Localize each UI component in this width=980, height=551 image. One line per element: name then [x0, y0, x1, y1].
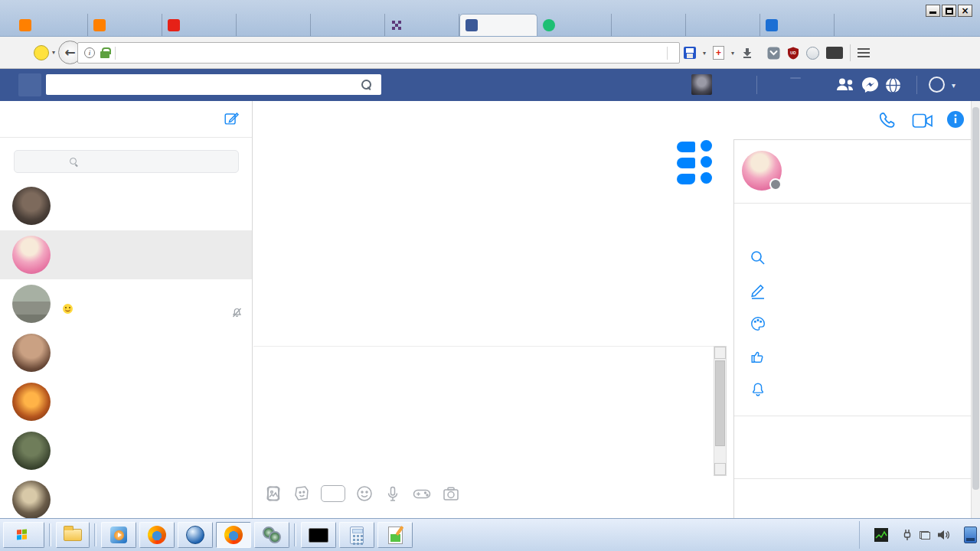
- extension-m-icon[interactable]: [34, 45, 49, 60]
- tab-google-url[interactable]: [237, 14, 311, 36]
- video-call-icon[interactable]: [912, 113, 933, 132]
- conversation-row[interactable]: [0, 181, 253, 230]
- conversation-row[interactable]: [0, 377, 253, 426]
- conversation-row[interactable]: [0, 279, 253, 328]
- voice-call-icon[interactable]: [877, 110, 897, 132]
- firefox-task-button[interactable]: [139, 522, 175, 548]
- gif-icon[interactable]: [321, 485, 345, 502]
- delivered-check-icon: [701, 140, 712, 152]
- new-tab-button[interactable]: [848, 14, 868, 36]
- tab-facebook-c[interactable]: [385, 14, 459, 36]
- pocket-icon[interactable]: [767, 47, 780, 60]
- conversation-details-panel: [733, 139, 971, 518]
- friend-requests-icon[interactable]: [835, 77, 855, 96]
- messenger-search[interactable]: [14, 150, 239, 173]
- option-change-colour[interactable]: [734, 308, 971, 341]
- firefox-active-task-button[interactable]: [216, 522, 251, 548]
- option-notifications[interactable]: [734, 373, 971, 406]
- conversation-row[interactable]: [0, 328, 253, 377]
- power-plug-icon[interactable]: [902, 529, 913, 541]
- messenger-sidebar: [0, 101, 253, 518]
- seamonkey-task-button[interactable]: [178, 522, 213, 548]
- account-caret-icon[interactable]: ▾: [952, 81, 956, 90]
- message-input[interactable]: [253, 346, 714, 476]
- media-player-task-button[interactable]: [101, 522, 136, 548]
- composer-toolbar: [253, 478, 733, 510]
- extension-caret-icon[interactable]: ▾: [52, 49, 55, 56]
- sticker-icon[interactable]: [292, 484, 311, 503]
- text-editor-icon: [388, 527, 403, 544]
- start-button[interactable]: [3, 522, 44, 548]
- option-search-in-conversation[interactable]: [734, 242, 971, 275]
- conversation-row-selected[interactable]: [0, 230, 253, 279]
- messages-icon[interactable]: [861, 77, 879, 96]
- user-avatar[interactable]: [691, 74, 712, 95]
- avatar: [12, 432, 51, 470]
- facebook-search-input[interactable]: [46, 79, 361, 90]
- option-edit-nicknames[interactable]: [734, 275, 971, 308]
- message-text: [677, 174, 695, 184]
- message-list[interactable]: [253, 139, 733, 346]
- screen-recorder-task-button[interactable]: [254, 522, 289, 548]
- network-icon[interactable]: [920, 531, 930, 540]
- calculator-task-button[interactable]: [339, 522, 374, 548]
- youtube-downloader-icon[interactable]: [826, 47, 843, 59]
- activity-monitor-icon[interactable]: [874, 528, 888, 542]
- tab-malle-parn[interactable]: [162, 14, 237, 36]
- facebook-search[interactable]: [46, 74, 381, 95]
- facebook-logo[interactable]: [18, 73, 41, 96]
- show-desktop-button[interactable]: [964, 527, 977, 543]
- messenger-search-input[interactable]: [84, 156, 184, 168]
- text-editor-task-button[interactable]: [377, 522, 413, 548]
- ublock-icon[interactable]: UO: [787, 47, 799, 60]
- command-prompt-task-button[interactable]: [301, 522, 336, 548]
- photo-icon[interactable]: [264, 484, 283, 503]
- tab-hearts-kare[interactable]: [88, 14, 162, 36]
- search-icon[interactable]: [361, 80, 372, 90]
- scroll-down-button[interactable]: [714, 463, 726, 475]
- emoji-icon[interactable]: [355, 484, 374, 503]
- scrapbook-icon[interactable]: [806, 47, 819, 60]
- tab-screen-reco[interactable]: [686, 14, 760, 36]
- camera-icon[interactable]: [442, 484, 460, 503]
- url-bar[interactable]: i: [77, 42, 680, 64]
- ampersand-icon: [617, 19, 629, 31]
- notifications-icon[interactable]: [884, 77, 902, 97]
- volume-icon[interactable]: [937, 530, 950, 540]
- downloads-icon[interactable]: [741, 47, 753, 59]
- conversation-info-icon[interactable]: [946, 110, 965, 132]
- avatar: [12, 236, 51, 274]
- divider: [734, 203, 971, 204]
- add-page-icon[interactable]: [713, 46, 724, 60]
- page-scrollbar[interactable]: [971, 101, 980, 518]
- muted-icon: [232, 307, 242, 321]
- scrollbar-thumb[interactable]: [972, 107, 979, 490]
- tab-word-usage[interactable]: [612, 14, 686, 36]
- save-caret-icon[interactable]: ▾: [703, 50, 706, 57]
- pixel-grid-icon: [390, 19, 403, 31]
- help-icon[interactable]: [929, 77, 945, 93]
- option-change-emoji[interactable]: [734, 341, 971, 373]
- tab-top5-free[interactable]: [760, 14, 835, 36]
- voice-clip-icon[interactable]: [384, 484, 402, 503]
- games-icon[interactable]: [412, 484, 432, 503]
- page-info-icon[interactable]: i: [84, 47, 95, 58]
- tab-blogger[interactable]: [14, 14, 88, 36]
- tab-fiverr[interactable]: [537, 14, 612, 36]
- file-manager-button[interactable]: [56, 522, 90, 548]
- tab-official-go[interactable]: [311, 14, 385, 36]
- save-page-icon[interactable]: [684, 47, 696, 59]
- scroll-up-button[interactable]: [714, 347, 726, 359]
- conversation-row[interactable]: [0, 475, 253, 518]
- composer-scrollbar[interactable]: [714, 346, 727, 476]
- tab-scroll-right-button[interactable]: [835, 14, 848, 36]
- scrollbar-thumb[interactable]: [715, 360, 725, 446]
- tab-scroll-left-button[interactable]: [0, 14, 14, 36]
- menu-icon[interactable]: [858, 48, 870, 57]
- conversation-row[interactable]: [0, 426, 253, 475]
- new-message-icon[interactable]: [223, 110, 240, 130]
- google-icon: [316, 19, 328, 31]
- add-page-caret-icon[interactable]: ▾: [731, 50, 734, 57]
- tab-messenger-active[interactable]: [459, 14, 537, 36]
- tab-list-caret[interactable]: [868, 14, 884, 36]
